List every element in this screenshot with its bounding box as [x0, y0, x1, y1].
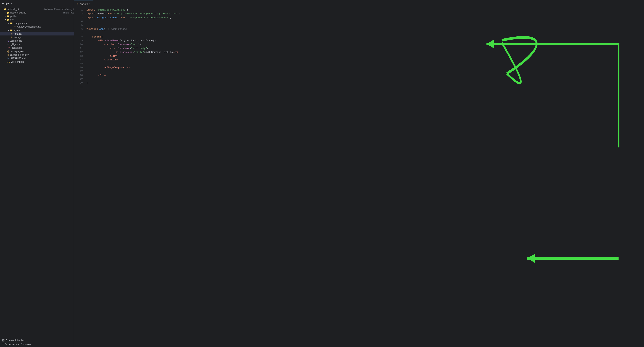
- line-number: 2: [74, 12, 85, 16]
- external-libraries-icon: ▤: [2, 339, 4, 342]
- code-line: [85, 85, 644, 89]
- token: [86, 51, 115, 54]
- token: }>: [153, 39, 156, 42]
- line-number: 7: [74, 31, 85, 35]
- folder-chevron-icon: ▾: [2, 8, 2, 10]
- tree-item-components[interactable]: ▾📁components: [0, 22, 74, 25]
- token: "title": [134, 51, 144, 54]
- tree-item-App_jsx[interactable]: ⚛App.jsx: [0, 32, 74, 36]
- token: <div: [110, 47, 115, 50]
- code-line: }: [85, 81, 644, 85]
- line-number: 4: [74, 20, 85, 24]
- file-label: styles: [14, 29, 74, 32]
- tree-item-src[interactable]: ▾📁src: [0, 18, 74, 22]
- tree-item-main_jsx[interactable]: ⚛main.jsx: [0, 36, 74, 39]
- file-type-icon: {}: [8, 54, 9, 56]
- tree-item-node_modules[interactable]: ▸📁node_moduleslibrary root: [0, 11, 74, 15]
- line-number: 10: [74, 43, 85, 47]
- tree-item-package_lock[interactable]: {}package-lock.json: [0, 53, 74, 57]
- token: </p>: [173, 51, 178, 54]
- tree-item-bedrock_ui[interactable]: ▾📁bedrock_ui~/WebstormProjects/bedrock_u…: [0, 8, 74, 11]
- line-number: 16: [74, 66, 85, 70]
- token: from: [120, 16, 125, 19]
- file-label: .eslintrc.cjs: [10, 39, 74, 42]
- file-label: src: [10, 18, 74, 21]
- token: </section>: [104, 58, 118, 61]
- code-line: </div>: [85, 54, 644, 58]
- file-type-icon: 📁: [7, 12, 10, 14]
- token: [115, 43, 117, 46]
- token: () {: [104, 28, 111, 31]
- token: [86, 39, 98, 42]
- code-line: ): [85, 77, 644, 81]
- token: Show usages: [111, 28, 127, 31]
- file-label: README.md: [11, 57, 74, 60]
- code-line: import 'bulma/css/bulma.css';: [85, 8, 644, 12]
- token: [86, 55, 110, 58]
- token: AWS Bedrock with Go: [146, 51, 173, 54]
- line-number: 9: [74, 39, 85, 43]
- line-number: 20: [74, 81, 85, 85]
- tree-item-AILogoComponent[interactable]: ⚛AILogoComponent.jsx: [0, 25, 74, 29]
- file-label: public: [10, 15, 74, 18]
- token: './styles/modules/BackgroundImage.module…: [114, 12, 178, 15]
- code-line: return (: [85, 35, 644, 39]
- token: return: [92, 36, 101, 38]
- tab-close-button[interactable]: ×: [89, 3, 90, 5]
- token: styles.backgroundImage: [121, 39, 153, 42]
- tree-item-readme[interactable]: M↓README.md: [0, 57, 74, 60]
- tree-item-gitignore[interactable]: ⊘.gitignore: [0, 43, 74, 46]
- file-type-icon: <>: [8, 47, 10, 49]
- folder-chevron-icon: ▸: [8, 29, 9, 32]
- sidebar-header: Project ▾: [0, 0, 74, 7]
- tree-item-vite_config[interactable]: JSvite.config.js: [0, 60, 74, 64]
- token: "./components/AILogoComponent": [127, 16, 170, 19]
- token: [95, 9, 96, 11]
- tab-app-jsx[interactable]: ⚛ App.jsx ×: [74, 1, 93, 7]
- line-number: 12: [74, 51, 85, 54]
- file-badge: library root: [63, 12, 74, 14]
- token: [86, 43, 104, 46]
- code-line: </div>: [85, 74, 644, 77]
- file-type-icon: 📁: [3, 8, 6, 11]
- tab-label: App.jsx: [80, 3, 88, 5]
- code-content[interactable]: import 'bulma/css/bulma.css';import styl…: [85, 7, 644, 347]
- code-line: <div className="hero-body">: [85, 47, 644, 51]
- token: <div: [98, 39, 104, 42]
- tree-item-index_html[interactable]: <>index.html: [0, 46, 74, 50]
- token: </div>: [98, 74, 106, 77]
- code-editor[interactable]: 123456789101112131415161718192021: [74, 7, 644, 347]
- tree-item-eslintrc[interactable]: ⊙.eslintrc.cjs: [0, 39, 74, 43]
- file-type-icon: 📁: [10, 22, 13, 25]
- external-libraries-item[interactable]: ▤ External Libraries: [0, 338, 74, 342]
- token: className: [105, 39, 118, 42]
- project-panel-title: Project: [2, 2, 10, 5]
- tree-item-public[interactable]: ▸📁public: [0, 15, 74, 18]
- token: </div>: [110, 55, 118, 58]
- token: className: [117, 43, 130, 46]
- file-label: bedrock_ui: [7, 8, 41, 11]
- scratches-consoles-item[interactable]: ≡ Scratches and Consoles: [0, 342, 74, 346]
- file-type-icon: ⚛: [11, 36, 13, 39]
- file-label: components: [14, 22, 74, 25]
- file-type-icon: {}: [8, 50, 9, 53]
- file-label: AILogoComponent.jsx: [17, 25, 74, 28]
- code-line: <div className={styles.backgroundImage}>: [85, 39, 644, 43]
- code-line: function App() { Show usages: [85, 27, 644, 31]
- file-label: index.html: [11, 46, 74, 49]
- line-number: 11: [74, 47, 85, 51]
- tree-item-package_json[interactable]: {}package.json: [0, 50, 74, 53]
- project-panel-chevron[interactable]: ▾: [11, 2, 12, 5]
- token: [95, 16, 96, 19]
- code-line: <AILogoComponent/>: [85, 66, 644, 70]
- file-label: package-lock.json: [10, 53, 74, 56]
- token: [86, 47, 110, 50]
- file-type-icon: ⚛: [14, 26, 16, 28]
- token: className: [117, 47, 130, 50]
- file-type-icon: 📁: [7, 15, 10, 18]
- folder-chevron-icon: ▸: [5, 12, 6, 14]
- line-number: 17: [74, 70, 85, 74]
- tree-item-styles[interactable]: ▸📁styles: [0, 29, 74, 32]
- line-number: 8: [74, 35, 85, 39]
- svg-marker-2: [527, 254, 535, 263]
